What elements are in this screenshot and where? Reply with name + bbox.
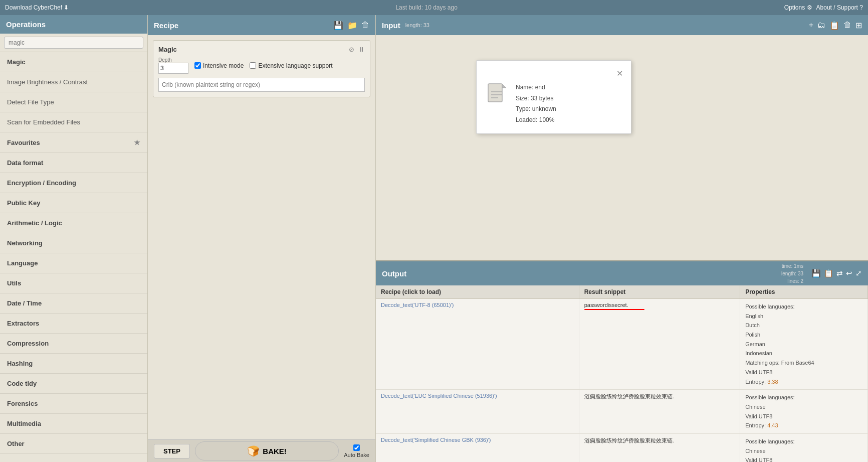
copy-output-icon[interactable]: 📋: [824, 269, 833, 278]
undo-output-icon[interactable]: ↩: [846, 269, 852, 278]
file-icon: [485, 82, 510, 107]
sidebar-item-language[interactable]: Language: [0, 253, 147, 273]
grid-input-icon[interactable]: ⊞: [855, 21, 862, 30]
sidebar-item-arithmetic---logic[interactable]: Arithmetic / Logic: [0, 213, 147, 233]
clear-input-icon[interactable]: 🗑: [843, 21, 851, 30]
step-button[interactable]: STEP: [154, 444, 190, 458]
save-output-icon[interactable]: 💾: [811, 269, 821, 278]
output-results-table: Recipe (click to load) Result snippet Pr…: [376, 285, 868, 462]
output-header: Output time: 1ms length: 33 lines: 2 💾 📋…: [376, 261, 868, 285]
top-bar: Download CyberChef ⬇ Last build: 10 days…: [0, 0, 868, 15]
folder-icon[interactable]: 📁: [347, 21, 357, 30]
col-result: Result snippet: [579, 285, 740, 299]
sidebar-item-favourites[interactable]: Favourites★: [0, 132, 147, 153]
sidebar-item-other[interactable]: Other: [0, 434, 147, 454]
add-input-icon[interactable]: +: [809, 21, 813, 30]
extensive-language-group: Extensive language support: [250, 62, 332, 69]
top-bar-right: Options ⚙ About / Support ?: [784, 4, 863, 11]
paste-input-icon[interactable]: 📋: [829, 21, 839, 30]
about-link[interactable]: About / Support ?: [816, 4, 863, 11]
replace-output-icon[interactable]: ⇄: [836, 269, 843, 278]
sidebar-item-forensics[interactable]: Forensics: [0, 394, 147, 414]
input-length: length: 33: [405, 22, 429, 28]
entropy-value: 4.43: [767, 422, 778, 428]
table-row: Decode_text('Simplified Chinese GBK (936…: [376, 433, 868, 462]
input-header: Input length: 33 + 🗂 📋 🗑 ⊞: [376, 15, 868, 35]
sidebar-item-networking[interactable]: Networking: [0, 233, 147, 253]
trash-icon[interactable]: 🗑: [361, 21, 369, 30]
recipe-panel: Recipe 💾 📁 🗑 Magic ⊘ ⏸ Depth: [148, 15, 376, 462]
recipe-header: Recipe 💾 📁 🗑: [148, 15, 375, 35]
file-popup: ✕ Name: en: [476, 60, 631, 134]
sidebar-item-date---time[interactable]: Date / Time: [0, 293, 147, 314]
extensive-language-checkbox[interactable]: [250, 62, 256, 69]
download-link[interactable]: Download CyberChef ⬇: [5, 4, 69, 11]
auto-bake-label: Auto Bake: [344, 452, 369, 458]
file-info: Name: end Size: 33 bytes Type: unknown L…: [516, 82, 556, 125]
sidebar-item-hashing[interactable]: Hashing: [0, 354, 147, 374]
options-label: Options: [784, 4, 805, 11]
sidebar-item-data-format[interactable]: Data format: [0, 153, 147, 173]
output-title: Output: [382, 269, 406, 278]
table-row: Decode_text('EUC Simplified Chinese (519…: [376, 390, 868, 434]
output-lines-value: 2: [800, 278, 803, 284]
auto-bake-checkbox[interactable]: [353, 444, 360, 451]
disable-icon[interactable]: ⊘: [349, 46, 354, 53]
crib-input[interactable]: [158, 78, 365, 92]
pause-icon[interactable]: ⏸: [358, 46, 365, 53]
sidebar-item-scan-for-embedded-files[interactable]: Scan for Embedded Files: [0, 112, 147, 132]
input-header-icons: + 🗂 📋 🗑 ⊞: [809, 21, 862, 30]
recipe-link[interactable]: Decode_text('UTF-8 (65001)'): [381, 302, 454, 308]
depth-label: Depth: [158, 57, 188, 63]
sidebar-item-image-brightness---contrast[interactable]: Image Brightness / Contrast: [0, 72, 147, 92]
bake-button[interactable]: 🍞 BAKE!: [195, 441, 339, 460]
output-icons: 💾 📋 ⇄ ↩ ⤢: [811, 269, 862, 278]
file-popup-close[interactable]: ✕: [616, 69, 623, 78]
sidebar-item-compression[interactable]: Compression: [0, 334, 147, 354]
output-header-right: time: 1ms length: 33 lines: 2 💾 📋 ⇄ ↩ ⤢: [781, 262, 862, 285]
save-icon[interactable]: 💾: [333, 21, 343, 30]
result-underline: [584, 309, 644, 310]
sidebar-item-detect-file-type[interactable]: Detect File Type: [0, 92, 147, 112]
output-length-label: length: 33: [781, 271, 803, 276]
recipe-title: Recipe: [154, 21, 178, 30]
search-input[interactable]: [4, 37, 143, 49]
star-icon[interactable]: ★: [134, 138, 140, 146]
options-link[interactable]: Options ⚙: [784, 4, 812, 11]
magic-card-controls: ⊘ ⏸: [349, 46, 365, 53]
recipe-cell[interactable]: Decode_text('Simplified Chinese GBK (936…: [376, 433, 579, 462]
file-name: Name: end: [516, 82, 556, 93]
magic-card-header: Magic ⊘ ⏸: [158, 46, 365, 53]
sidebar-item-utils[interactable]: Utils: [0, 273, 147, 293]
sidebar-item-magic[interactable]: Magic: [0, 52, 147, 72]
recipe-cell[interactable]: Decode_text('EUC Simplified Chinese (519…: [376, 390, 579, 434]
sidebar-item-encryption---encoding[interactable]: Encryption / Encoding: [0, 173, 147, 193]
sidebar: Operations MagicImage Brightness / Contr…: [0, 15, 148, 462]
file-size: Size: 33 bytes: [516, 93, 556, 104]
recipe-content: Magic ⊘ ⏸ Depth Intensive mode: [148, 35, 375, 439]
magic-card: Magic ⊘ ⏸ Depth Intensive mode: [153, 40, 370, 97]
output-meta: time: 1ms length: 33 lines: 2: [781, 262, 803, 285]
open-input-icon[interactable]: 🗂: [817, 21, 825, 30]
file-loaded: Loaded: 100%: [516, 115, 556, 126]
recipe-link[interactable]: Decode_text('EUC Simplified Chinese (519…: [381, 393, 497, 399]
sidebar-item-code-tidy[interactable]: Code tidy: [0, 374, 147, 394]
recipe-link[interactable]: Decode_text('Simplified Chinese GBK (936…: [381, 437, 491, 443]
sidebar-title: Operations: [6, 20, 46, 29]
sidebar-item-multimedia[interactable]: Multimedia: [0, 414, 147, 434]
sidebar-item-extractors[interactable]: Extractors: [0, 314, 147, 334]
expand-output-icon[interactable]: ⤢: [855, 269, 862, 278]
properties-cell: Possible languages: ChineseValid UTF8Ent…: [740, 390, 868, 434]
right-panel: Input length: 33 + 🗂 📋 🗑 ⊞ ✕: [376, 15, 868, 462]
search-box: [0, 34, 147, 52]
intensive-mode-checkbox[interactable]: [194, 62, 201, 69]
depth-input[interactable]: [158, 63, 188, 74]
recipe-header-icons: 💾 📁 🗑: [333, 21, 369, 30]
file-popup-header: ✕: [485, 69, 623, 78]
build-info: Last build: 10 days ago: [395, 4, 457, 11]
sidebar-item-public-key[interactable]: Public Key: [0, 193, 147, 213]
file-popup-body: Name: end Size: 33 bytes Type: unknown L…: [485, 82, 623, 125]
bake-label: BAKE!: [263, 447, 287, 455]
recipe-cell[interactable]: Decode_text('UTF-8 (65001)'): [376, 299, 579, 390]
input-title: Input: [382, 21, 400, 30]
